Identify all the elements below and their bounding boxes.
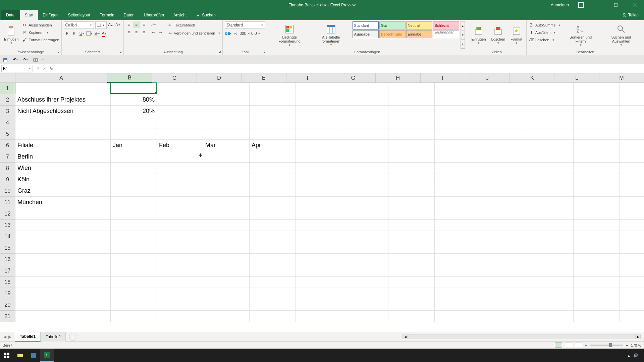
enter-formula-button[interactable]: ✓ <box>43 66 46 71</box>
cell-B12[interactable] <box>111 208 157 220</box>
fill-color-button[interactable]: ▾ <box>93 30 100 37</box>
cell-C8[interactable] <box>157 163 203 174</box>
row-header-11[interactable]: 11 <box>0 197 15 208</box>
cell-G5[interactable] <box>342 128 388 140</box>
style-input[interactable]: Eingabe <box>406 30 432 38</box>
row-header-6[interactable]: 6 <box>0 140 15 151</box>
autosum-button[interactable]: ΣAutoSumme▼ <box>529 21 561 29</box>
cell-G14[interactable] <box>342 231 388 242</box>
cell-F21[interactable] <box>296 311 342 322</box>
style-standard[interactable]: Standard <box>353 21 379 29</box>
cell-J8[interactable] <box>481 163 527 174</box>
cell-C2[interactable] <box>157 94 203 106</box>
cell-J6[interactable] <box>481 140 527 151</box>
cell-C18[interactable] <box>157 277 203 288</box>
number-launcher[interactable]: ◢ <box>262 50 266 54</box>
cell-B2[interactable]: 80% <box>111 94 157 106</box>
row-header-7[interactable]: 7 <box>0 151 15 163</box>
cell-M12[interactable] <box>620 208 644 220</box>
cell-D1[interactable] <box>203 83 250 94</box>
cell-D11[interactable] <box>203 197 250 208</box>
col-header-A[interactable]: A <box>15 73 107 83</box>
cell-L17[interactable] <box>574 265 620 277</box>
cell-D2[interactable] <box>203 94 250 106</box>
col-header-K[interactable]: K <box>510 73 554 83</box>
cell-E20[interactable] <box>250 299 296 311</box>
cell-H16[interactable] <box>388 254 435 265</box>
row-header-19[interactable]: 19 <box>0 288 15 299</box>
col-header-B[interactable]: B <box>107 73 152 83</box>
cell-L7[interactable] <box>574 151 620 163</box>
cell-E12[interactable] <box>250 208 296 220</box>
cell-E14[interactable] <box>250 231 296 242</box>
cell-F19[interactable] <box>296 288 342 299</box>
cell-H19[interactable] <box>388 288 435 299</box>
cell-J7[interactable] <box>481 151 527 163</box>
cell-G9[interactable] <box>342 174 388 185</box>
zoom-slider[interactable] <box>590 345 623 346</box>
cell-E16[interactable] <box>250 254 296 265</box>
cell-J11[interactable] <box>481 197 527 208</box>
cell-B7[interactable] <box>111 151 157 163</box>
cell-B16[interactable] <box>111 254 157 265</box>
cell-L14[interactable] <box>574 231 620 242</box>
zoom-level[interactable]: 170 % <box>631 343 641 347</box>
cell-A14[interactable] <box>15 231 111 242</box>
cell-E13[interactable] <box>250 220 296 231</box>
cell-L11[interactable] <box>574 197 620 208</box>
cell-K2[interactable] <box>527 94 574 106</box>
col-header-G[interactable]: G <box>331 73 376 83</box>
cell-B10[interactable] <box>111 185 157 197</box>
cell-D12[interactable] <box>203 208 250 220</box>
cell-I12[interactable] <box>435 208 481 220</box>
paste-button[interactable]: Einfügen ▼ <box>2 21 20 49</box>
align-middle-button[interactable]: ≡ <box>133 21 140 28</box>
cell-H17[interactable] <box>388 265 435 277</box>
cell-M15[interactable] <box>620 242 644 254</box>
tab-einfügen[interactable]: Einfügen <box>38 10 63 20</box>
add-sheet-button[interactable]: + <box>69 333 77 341</box>
insert-cells-button[interactable]: Einfügen▼ <box>469 21 488 49</box>
cell-E11[interactable] <box>250 197 296 208</box>
cell-G13[interactable] <box>342 220 388 231</box>
cell-F11[interactable] <box>296 197 342 208</box>
row-header-16[interactable]: 16 <box>0 254 15 265</box>
merge-center-button[interactable]: ⇔Verbinden und zentrieren▼ <box>167 29 221 37</box>
bold-button[interactable]: F <box>64 30 70 37</box>
cell-C6[interactable]: Feb <box>157 140 203 151</box>
cell-G20[interactable] <box>342 299 388 311</box>
cell-H13[interactable] <box>388 220 435 231</box>
row-header-4[interactable]: 4 <box>0 117 15 128</box>
cell-I9[interactable] <box>435 174 481 185</box>
redo-button[interactable]: ↷▾ <box>22 56 29 63</box>
align-center-button[interactable]: ≡ <box>133 29 140 36</box>
cell-D10[interactable] <box>203 185 250 197</box>
sheet-tab-tabelle2[interactable]: Tabelle2 <box>41 332 66 342</box>
sort-filter-button[interactable]: AZSortieren und Filtern▼ <box>562 21 599 49</box>
decrease-decimal-button[interactable]: 0→ <box>254 30 261 37</box>
cell-J19[interactable] <box>481 288 527 299</box>
cell-L3[interactable] <box>574 106 620 117</box>
cell-J18[interactable] <box>481 277 527 288</box>
camera-button[interactable] <box>32 56 39 63</box>
cell-B14[interactable] <box>111 231 157 242</box>
cell-D7[interactable] <box>203 151 250 163</box>
cell-A6[interactable]: Filiale <box>15 140 111 151</box>
cell-C12[interactable] <box>157 208 203 220</box>
cell-H6[interactable] <box>388 140 435 151</box>
cell-A12[interactable] <box>15 208 111 220</box>
cell-L2[interactable] <box>574 94 620 106</box>
taskbar-app[interactable] <box>27 349 40 362</box>
cell-H20[interactable] <box>388 299 435 311</box>
maximize-button[interactable] <box>609 0 623 10</box>
cell-H8[interactable] <box>388 163 435 174</box>
increase-indent-button[interactable]: ⇥ <box>157 29 164 36</box>
cell-J13[interactable] <box>481 220 527 231</box>
accounting-format-button[interactable]: 💶▾ <box>225 30 231 37</box>
style-calculation[interactable]: Berechnung <box>379 30 406 38</box>
col-header-E[interactable]: E <box>241 73 286 83</box>
cell-B13[interactable] <box>111 220 157 231</box>
name-box[interactable]: B1▼ <box>1 65 33 72</box>
cell-B11[interactable] <box>111 197 157 208</box>
cell-F1[interactable] <box>296 83 342 94</box>
